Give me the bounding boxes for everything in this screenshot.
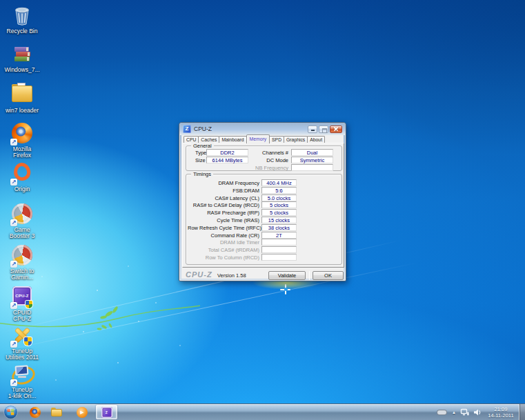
timing-field: 5:6: [261, 187, 297, 194]
shortcut-arrow-icon: [10, 379, 17, 386]
timing-field: 5 clocks: [261, 209, 297, 216]
taskbar-clock[interactable]: 21:09 14-11-2011: [486, 406, 516, 419]
shortcut-arrow-icon: [10, 219, 17, 226]
window-titlebar[interactable]: Z CPU-Z: [179, 123, 346, 135]
desktop-icon-windows-7-archive[interactable]: Windows_7...: [1, 43, 43, 73]
dcmode-field: Symmetric: [291, 157, 333, 163]
desktop-icon-game-booster-3[interactable]: GameBooster 3: [1, 203, 43, 239]
timing-field: [261, 239, 297, 246]
clock-date: 14-11-2011: [486, 412, 516, 419]
timing-field: 38 clocks: [261, 224, 297, 231]
timing-field: 15 clocks: [261, 217, 297, 223]
minimize-button[interactable]: [308, 126, 317, 133]
shortcut-arrow-icon: [10, 341, 17, 348]
bin-icon: [11, 5, 33, 27]
origin-icon: [11, 163, 33, 185]
shortcut-arrow-icon: [10, 302, 17, 309]
tab-mainboard[interactable]: Mainboard: [219, 136, 246, 143]
tab-spd[interactable]: SPD: [269, 136, 284, 143]
desktop-icon-switch-to-gaming[interactable]: Switch toGamin...: [1, 244, 43, 280]
desktop-icon-label: Windows_7...: [1, 67, 43, 73]
desktop-wallpaper: Recycle BinWindows_7...win7 loeaderMozil…: [0, 0, 525, 420]
desktop-icon-label: TuneUp1-klik On...: [1, 387, 43, 399]
ok-button[interactable]: OK: [313, 271, 344, 280]
books-icon: [11, 43, 33, 66]
monitor-icon: [11, 363, 33, 386]
taskbar-explorer-icon[interactable]: [51, 408, 62, 417]
timing-label: Command Rate (CR): [188, 232, 259, 239]
start-button[interactable]: [3, 405, 18, 419]
timing-field: 400.4 MHz: [261, 179, 297, 186]
clock-time: 21:09: [486, 406, 516, 412]
channels-field: Dual: [291, 149, 333, 156]
tray-network-icon[interactable]: [460, 408, 469, 417]
timing-label: Total CAS# (tRDRAM): [188, 247, 259, 254]
timing-label: RAS# to CAS# Delay (tRCD): [188, 202, 259, 209]
window-title: CPU-Z: [194, 126, 212, 132]
desktop-icon-label: GameBooster 3: [1, 227, 43, 239]
desktop-icon-label: Recycle Bin: [1, 28, 43, 34]
shortcut-arrow-icon: [10, 139, 17, 146]
booster-icon: [11, 245, 33, 267]
tuneup-icon: [11, 325, 33, 347]
nbfreq-label: NB Frequency: [226, 165, 288, 172]
cpuz-logo: CPU-Z: [186, 270, 212, 279]
timing-label: Row Refresh Cycle Time (tRFC): [188, 225, 259, 232]
folder-icon: [11, 84, 33, 106]
shortcut-arrow-icon: [10, 179, 17, 186]
timing-label: FSB:DRAM: [188, 188, 259, 194]
timings-legend: Timings: [191, 171, 213, 177]
timing-field: [261, 254, 297, 261]
desktop-icon-label: MozillaFirefox: [1, 146, 43, 158]
taskbar-firefox-icon[interactable]: [30, 407, 41, 418]
window-client-area: CPUCachesMainboardMemorySPDGraphicsAbout…: [181, 135, 344, 279]
size-label: Size: [195, 157, 206, 164]
desktop-icon-tuneup-1-click[interactable]: TuneUp1-klik On...: [1, 363, 43, 399]
shortcut-arrow-icon: [10, 261, 17, 268]
tab-graphics[interactable]: Graphics: [284, 136, 308, 143]
timing-label: Row To Column (tRCD): [188, 254, 259, 261]
tray-hidden-icons-arrow[interactable]: ▲: [452, 410, 456, 414]
tab-caches[interactable]: Caches: [198, 136, 219, 143]
wallpaper-sparkle: [280, 284, 291, 295]
timings-group: Timings DRAM Frequency400.4 MHzFSB:DRAM5…: [186, 174, 342, 265]
desktop-icon-tuneup-utilities-2011[interactable]: TuneUpUtilities 2011: [1, 324, 43, 360]
validate-button[interactable]: Validate: [268, 271, 306, 280]
cpuz-app-icon: Z: [183, 125, 191, 133]
tray-device-icon[interactable]: [437, 410, 446, 414]
desktop-icon-cpuid-cpu-z[interactable]: CPU-ZCPUIDCPU-Z: [1, 285, 43, 321]
taskbar-mediaplayer-icon[interactable]: ▶: [77, 407, 88, 418]
channels-label: Channels #: [226, 150, 288, 157]
timing-field: 2T: [261, 232, 297, 239]
desktop-icon-label: Origin: [1, 186, 43, 192]
firefox-icon: [11, 123, 33, 145]
timing-field: 5.0 clocks: [261, 194, 297, 201]
tray-volume-icon[interactable]: [473, 408, 482, 417]
desktop-icon-win7-loader-folder[interactable]: win7 loeader: [1, 82, 43, 114]
general-group: General Type DDR2 Size 6144 MBytes Chann…: [186, 146, 342, 171]
timing-label: CAS# Latency (CL): [188, 195, 259, 202]
timing-label: RAS# Precharge (tRP): [188, 210, 259, 217]
tab-cpu[interactable]: CPU: [184, 136, 199, 143]
desktop-icon-origin[interactable]: Origin: [1, 161, 43, 192]
timing-field: 5 clocks: [261, 201, 297, 208]
desktop-icon-label: Switch toGamin...: [1, 268, 43, 280]
tab-memory[interactable]: Memory: [246, 134, 270, 143]
cpuz-window: Z CPU-Z CPUCachesMainboardMemorySPDGraph…: [179, 122, 346, 281]
desktop-icon-label: win7 loeader: [1, 108, 43, 114]
show-desktop-button[interactable]: [519, 404, 525, 420]
wallpaper-sparkle-dots: [97, 290, 98, 291]
desktop-icon-mozilla-firefox[interactable]: MozillaFirefox: [1, 122, 43, 158]
booster-icon: [11, 203, 33, 226]
taskbar-cpuz-icon: Z: [101, 407, 112, 418]
memory-tab-page: General Type DDR2 Size 6144 MBytes Chann…: [182, 143, 344, 268]
maximize-button[interactable]: [319, 126, 328, 133]
close-button[interactable]: [330, 126, 342, 133]
dcmode-label: DC Mode: [226, 157, 288, 164]
desktop-icon-label: TuneUpUtilities 2011: [1, 348, 43, 360]
taskbar-cpuz-button[interactable]: Z: [96, 405, 117, 419]
desktop-icon-recycle-bin[interactable]: Recycle Bin: [1, 5, 43, 34]
version-text: Version 1.58: [217, 272, 246, 279]
tab-about[interactable]: About: [307, 136, 325, 143]
type-label: Type: [195, 150, 206, 157]
